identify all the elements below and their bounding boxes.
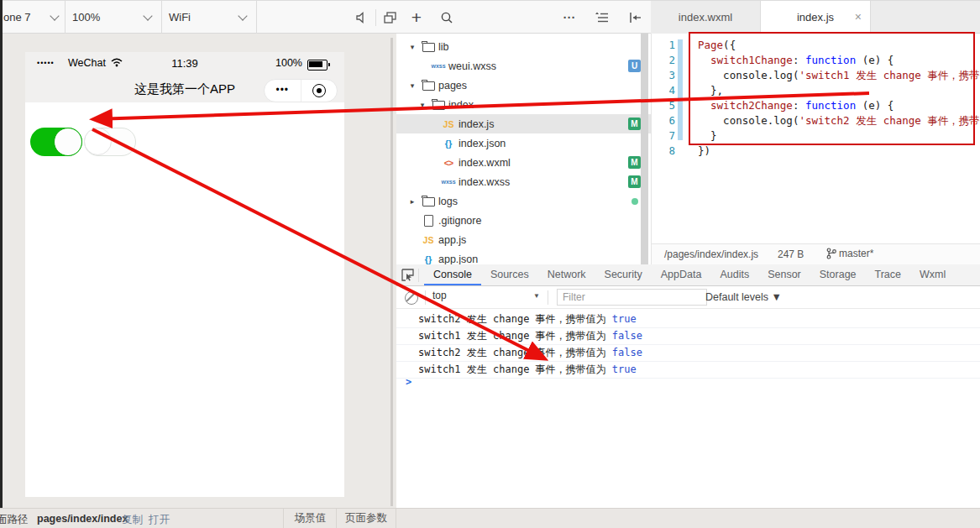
more-icon[interactable]: ··· (558, 1, 580, 34)
console-tab-sensor[interactable]: Sensor (758, 264, 810, 285)
code-token: console.log( (698, 69, 799, 81)
mute-icon[interactable] (351, 1, 373, 34)
tree-item-app.json[interactable]: {}app.json (396, 249, 651, 264)
bottom-status-bar: 面路径 pages/index/index 复制 打开 场景值 页面参数 (0, 508, 980, 528)
collapse-panel-icon[interactable] (624, 1, 646, 34)
console-tab-security[interactable]: Security (595, 264, 652, 285)
editor-tab-index.wxml[interactable]: index.wxml (651, 1, 761, 34)
console-tab-console[interactable]: Console (424, 264, 481, 285)
folder-icon (418, 80, 438, 91)
phone-screen: ••••• WeChat 11:39 100% 这是我第一个APP ••• (25, 52, 344, 497)
tree-item-lib[interactable]: ▾lib (396, 37, 651, 56)
open-link[interactable]: 打开 (149, 513, 170, 527)
code-line[interactable]: }) (698, 144, 980, 159)
toolbar-divider (375, 9, 376, 26)
console-tab-wxml[interactable]: Wxml (910, 264, 955, 285)
code-token: (e) { (856, 99, 894, 112)
search-icon[interactable] (435, 1, 459, 34)
network-dropdown[interactable]: WiFi (162, 1, 257, 34)
code-token: (e) { (856, 54, 894, 66)
code-token: : (793, 54, 805, 66)
tree-item-label: pages (438, 80, 467, 91)
js-glyph: JS (443, 119, 454, 129)
battery-icon (307, 60, 328, 71)
tree-item-.gitignore[interactable]: .gitignore (396, 211, 651, 230)
code-token: }, (698, 84, 723, 97)
tree-item-index.wxml[interactable]: <>index.wxmlM (396, 153, 651, 172)
log-message: switch2 发生 change 事件，携带值为 (418, 347, 612, 358)
console-tab-network[interactable]: Network (538, 264, 595, 285)
console-tab-storage[interactable]: Storage (810, 264, 866, 285)
folder-icon (428, 99, 448, 110)
log-levels-icon[interactable] (590, 1, 612, 34)
target-icon (312, 84, 326, 97)
console-prompt[interactable]: > (406, 376, 411, 388)
device-dropdown-label: one 7 (3, 11, 31, 24)
code-token: switch2Change (710, 99, 793, 112)
clear-console-icon[interactable] (405, 291, 418, 305)
zoom-dropdown[interactable]: 100% (66, 1, 162, 34)
line-number: 4 (652, 83, 675, 98)
code-editor[interactable]: 12345678 Page({ switch1Change: function … (651, 34, 980, 243)
tree-item-logs[interactable]: ▸logs (396, 191, 651, 211)
phone-status-bar: ••••• WeChat 11:39 100% (25, 52, 344, 76)
code-token: console.log( (698, 114, 799, 127)
context-select[interactable]: top (432, 290, 542, 306)
page-params-cell[interactable]: 页面参数 (336, 509, 396, 528)
log-message: switch2 发生 change 事件，携带值为 (418, 313, 612, 325)
switch2-toggle-off[interactable] (84, 128, 136, 156)
code-line[interactable]: Page({ (698, 38, 980, 53)
switch1-toggle-on[interactable] (30, 128, 82, 156)
switch-knob (54, 128, 82, 156)
tree-item-index.wxss[interactable]: wxssindex.wxssM (396, 172, 651, 191)
code-line[interactable]: console.log('switch2 发生 change 事件，携带值为', (698, 113, 980, 128)
console-tab-trace[interactable]: Trace (866, 264, 911, 285)
tree-item-app.js[interactable]: JSapp.js (396, 230, 651, 249)
tree-item-index.js[interactable]: JSindex.jsM (396, 114, 651, 133)
close-icon[interactable]: × (855, 1, 862, 34)
debugger-panel: ConsoleSourcesNetworkSecurityAppDataAudi… (396, 264, 980, 508)
editor-gutter: 12345678 (652, 38, 675, 159)
line-number: 6 (652, 113, 675, 128)
code-line[interactable]: }, (698, 83, 980, 98)
editor-tab-index.js[interactable]: index.js× (761, 1, 871, 34)
console-tab-appdata[interactable]: AppData (652, 264, 711, 285)
code-token: 'switch2 发生 change 事件，携带值为' (799, 114, 980, 127)
scene-value-cell[interactable]: 场景值 (283, 509, 337, 528)
git-status-badge: M (628, 118, 641, 130)
menu-dots-button[interactable]: ••• (265, 80, 301, 102)
code-line[interactable]: console.log('switch1 发生 change 事件，携带值为', (698, 68, 980, 83)
json-glyph: {} (425, 254, 432, 264)
close-target-button[interactable] (301, 80, 338, 102)
unsynced-dot-icon (631, 198, 638, 205)
console-tab-sources[interactable]: Sources (481, 264, 538, 285)
log-levels-select[interactable]: Default levels ▼ (705, 291, 782, 303)
filter-input[interactable] (557, 289, 707, 306)
code-token: }) (698, 144, 710, 157)
file-tree-scrollbar[interactable] (641, 34, 648, 264)
network-dropdown-label: WiFi (162, 11, 191, 24)
console-tab-audits[interactable]: Audits (710, 264, 758, 285)
wxss-icon: wxss (438, 179, 459, 185)
inspect-element-icon[interactable] (396, 264, 418, 285)
window-mode-icon[interactable] (379, 1, 401, 34)
filter-separator (548, 290, 548, 305)
tree-item-index[interactable]: ▾index (396, 95, 651, 114)
tree-item-pages[interactable]: ▾pages (396, 76, 651, 95)
log-message: switch1 发生 change 事件，携带值为 (418, 330, 612, 342)
copy-link[interactable]: 复制 (122, 513, 143, 527)
log-message: switch1 发生 change 事件，携带值为 (418, 363, 612, 375)
code-line[interactable]: switch1Change: function (e) { (698, 53, 980, 68)
editor-code: Page({ switch1Change: function (e) { con… (698, 38, 980, 159)
tree-item-label: app.js (438, 234, 466, 246)
switch-knob (84, 128, 112, 155)
add-icon[interactable]: + (406, 1, 427, 34)
code-line[interactable]: } (698, 128, 980, 144)
simulator-scrollbar[interactable] (390, 38, 393, 506)
tree-item-label: index.wxss (459, 176, 510, 188)
tree-item-index.json[interactable]: {}index.json (396, 133, 651, 153)
line-number: 2 (652, 53, 675, 68)
tree-item-weui.wxss[interactable]: wxssweui.wxssU (396, 56, 651, 76)
code-line[interactable]: switch2Change: function (e) { (698, 98, 980, 113)
device-dropdown[interactable]: one 7 (3, 1, 66, 34)
